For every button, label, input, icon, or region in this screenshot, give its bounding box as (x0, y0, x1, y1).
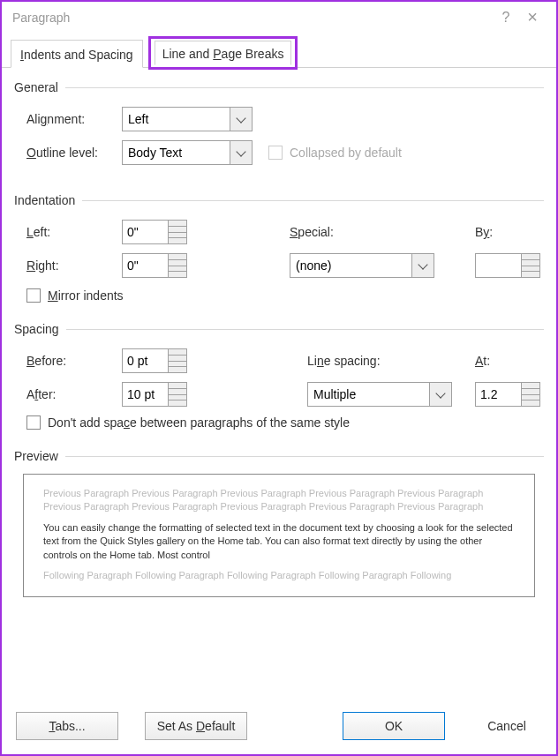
after-label: After: (26, 387, 122, 401)
line-spacing-input[interactable] (307, 382, 429, 407)
spin-down-icon[interactable] (168, 394, 187, 408)
preview-pane: Previous Paragraph Previous Paragraph Pr… (23, 474, 535, 597)
tabs-button[interactable]: Tabs... (16, 712, 118, 740)
spin-up-icon[interactable] (168, 348, 187, 361)
close-button[interactable]: × (519, 4, 546, 31)
section-spacing: Spacing Before: Line spacing: At: After: (14, 322, 544, 430)
tab-indents-spacing[interactable]: Indents and Spacing (11, 40, 143, 68)
section-title-indentation: Indentation (14, 193, 75, 207)
line-spacing-select[interactable] (307, 382, 466, 407)
by-spinner[interactable] (475, 253, 554, 278)
section-title-preview: Preview (14, 449, 58, 463)
spin-down-icon[interactable] (168, 266, 187, 279)
section-general: General Alignment: Outline level: (14, 80, 544, 174)
spin-down-icon[interactable] (168, 361, 187, 374)
set-default-button[interactable]: Set As Default (145, 712, 247, 740)
special-input[interactable] (290, 253, 411, 278)
spin-up-icon[interactable] (521, 253, 540, 266)
indent-right-input[interactable] (122, 253, 168, 278)
after-input[interactable] (122, 382, 168, 407)
outline-input[interactable] (122, 140, 230, 165)
indent-left-label: Left: (26, 225, 122, 239)
indent-right-label: Right: (26, 258, 122, 273)
spin-down-icon[interactable] (168, 232, 187, 245)
titlebar: Paragraph ? × (2, 2, 556, 33)
before-spinner[interactable] (122, 348, 219, 373)
at-spinner[interactable] (475, 382, 554, 407)
at-label: At: (475, 354, 554, 368)
no-space-checkbox[interactable] (26, 415, 41, 430)
section-indentation: Indentation Left: Special: By: Right: (14, 193, 544, 303)
section-title-general: General (14, 80, 58, 94)
collapsed-label: Collapsed by default (290, 146, 402, 160)
special-dropdown-icon[interactable] (411, 253, 434, 278)
alignment-input[interactable] (122, 107, 230, 131)
indent-right-spinner[interactable] (122, 253, 219, 278)
indent-left-input[interactable] (122, 220, 168, 244)
tab-line-page-breaks-highlight: Line and Page Breaks (148, 36, 298, 70)
alignment-dropdown-icon[interactable] (230, 107, 253, 131)
before-label: Before: (26, 354, 122, 368)
spin-up-icon[interactable] (521, 382, 540, 394)
spin-up-icon[interactable] (168, 382, 187, 394)
spin-down-icon[interactable] (521, 394, 540, 408)
ok-button[interactable]: OK (343, 712, 445, 740)
by-label: By: (475, 225, 554, 239)
preview-prev-text: Previous Paragraph Previous Paragraph Pr… (43, 487, 515, 514)
by-input[interactable] (475, 253, 521, 278)
help-button[interactable]: ? (493, 4, 519, 31)
window-title: Paragraph (12, 11, 70, 25)
special-select[interactable] (290, 253, 457, 278)
spin-down-icon[interactable] (521, 266, 540, 279)
collapsed-checkbox (268, 146, 283, 160)
at-input[interactable] (475, 382, 521, 407)
line-spacing-dropdown-icon[interactable] (429, 382, 452, 407)
tab-bar: Indents and Spacing Line and Page Breaks (2, 33, 556, 68)
alignment-label: Alignment: (26, 112, 122, 126)
mirror-indents-checkbox[interactable] (26, 288, 41, 303)
dialog-footer: Tabs... Set As Default OK Cancel (2, 698, 556, 754)
outline-select[interactable] (122, 140, 253, 165)
chevron-down-icon (236, 146, 245, 156)
after-spinner[interactable] (122, 382, 219, 407)
spin-up-icon[interactable] (168, 220, 187, 232)
outline-dropdown-icon[interactable] (230, 140, 253, 165)
tab-line-page-breaks[interactable]: Line and Page Breaks (155, 41, 292, 65)
indent-left-spinner[interactable] (122, 220, 219, 244)
chevron-down-icon (435, 388, 445, 398)
mirror-indents-label: Mirror indents (48, 288, 124, 303)
spin-up-icon[interactable] (168, 253, 187, 266)
preview-main-text: You can easily change the formatting of … (43, 521, 515, 562)
preview-next-text: Following Paragraph Following Paragraph … (43, 569, 515, 582)
no-space-label: Don't add space between paragraphs of th… (48, 415, 350, 430)
cancel-button[interactable]: Cancel (471, 712, 542, 740)
special-label: Special: (290, 225, 457, 239)
line-spacing-label: Line spacing: (307, 354, 466, 368)
outline-label: Outline level: (26, 146, 122, 160)
before-input[interactable] (122, 348, 168, 373)
chevron-down-icon (418, 259, 427, 269)
chevron-down-icon (236, 113, 245, 123)
alignment-select[interactable] (122, 107, 253, 131)
section-title-spacing: Spacing (14, 322, 59, 336)
